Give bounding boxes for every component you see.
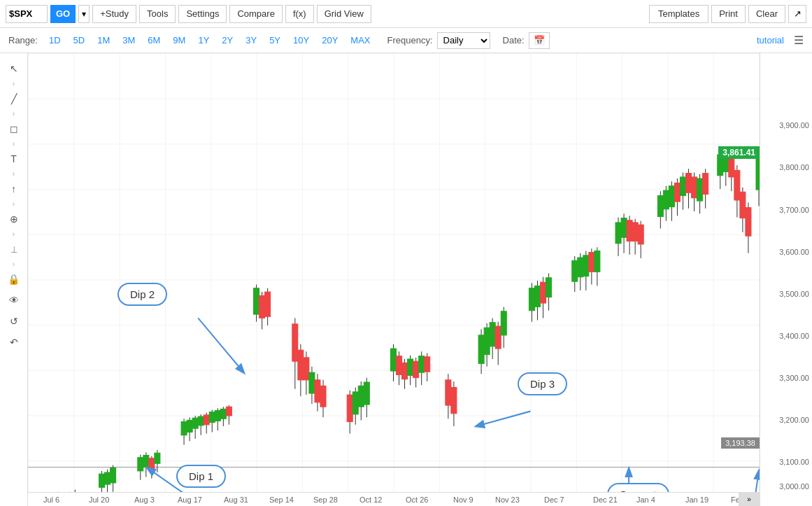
go-button[interactable]: GO [50, 5, 76, 23]
top-toolbar: GO ▾ +Study Tools Settings Compare f(x) … [0, 0, 812, 28]
eye-icon[interactable]: 👁 [4, 290, 24, 310]
arrow-expand[interactable]: › [13, 200, 15, 208]
study-button[interactable]: +Study [92, 5, 136, 23]
settings-button[interactable]: Settings [178, 5, 227, 23]
symbol-arrow-btn[interactable]: ▾ [78, 5, 90, 23]
range-3y[interactable]: 3Y [241, 34, 261, 47]
svg-rect-27 [149, 458, 155, 470]
ticker-input[interactable] [6, 5, 48, 23]
svg-rect-105 [534, 286, 540, 307]
svg-rect-99 [495, 326, 501, 349]
fx-button[interactable]: f(x) [285, 5, 314, 23]
price-3900: 3,900.00 [779, 121, 809, 129]
x-label-oct12: Oct 12 [359, 496, 382, 504]
expand-button[interactable]: ↗ [788, 5, 806, 23]
svg-rect-115 [583, 255, 589, 276]
measure-expand[interactable]: › [13, 230, 15, 238]
range-1y[interactable]: 1Y [194, 34, 213, 47]
grid-view-button[interactable]: Grid View [317, 5, 371, 23]
price-axis: 3,900.00 3,800.00 3,700.00 3,600.00 3,50… [760, 53, 812, 506]
annotation-dip1: Dip 1 [176, 465, 226, 488]
fibonacci-icon[interactable]: ⟂ [4, 239, 24, 259]
range-9m[interactable]: 9M [169, 34, 190, 47]
range-10y[interactable]: 10Y [289, 34, 313, 47]
text-icon[interactable]: T [4, 149, 24, 169]
svg-rect-109 [546, 278, 552, 297]
lock-icon[interactable]: 🔒 [4, 269, 24, 289]
range-1d[interactable]: 1D [45, 34, 65, 47]
date-picker-button[interactable]: 📅 [529, 32, 550, 49]
svg-rect-57 [298, 350, 304, 380]
hamburger-icon[interactable]: ☰ [794, 34, 804, 47]
svg-rect-107 [541, 282, 546, 303]
range-20y[interactable]: 20Y [318, 34, 342, 47]
frequency-select[interactable]: DailyWeeklyMonthly [437, 32, 490, 49]
svg-rect-117 [589, 253, 594, 272]
svg-rect-63 [315, 380, 320, 402]
tools-button[interactable]: Tools [139, 5, 176, 23]
svg-rect-39 [204, 415, 209, 425]
svg-rect-121 [615, 223, 621, 244]
svg-rect-89 [446, 380, 451, 405]
range-6m[interactable]: 6M [143, 34, 164, 47]
undo-icon[interactable]: ↶ [4, 332, 24, 352]
svg-rect-33 [187, 420, 192, 432]
svg-rect-19 [105, 472, 111, 484]
svg-rect-159 [746, 208, 751, 237]
svg-rect-4 [28, 53, 760, 506]
svg-rect-53 [265, 292, 271, 316]
measure-icon[interactable]: ⊕ [4, 209, 24, 229]
svg-rect-135 [669, 186, 674, 207]
tutorial-link[interactable]: tutorial [757, 35, 784, 45]
arrow-draw-icon[interactable]: ↑ [4, 179, 24, 199]
svg-rect-37 [198, 416, 204, 426]
svg-rect-129 [638, 225, 643, 244]
svg-rect-113 [578, 258, 583, 277]
print-button[interactable]: Print [711, 5, 746, 23]
shape-icon[interactable]: ◻ [4, 119, 24, 139]
price-3400: 3,400.00 [779, 332, 809, 340]
range-2y[interactable]: 2Y [218, 34, 237, 47]
refresh-icon[interactable]: ↺ [4, 311, 24, 331]
range-1m[interactable]: 1M [93, 34, 114, 47]
svg-rect-43 [215, 411, 220, 421]
line-icon[interactable]: ╱ [4, 89, 24, 108]
cursor-expand[interactable]: › [13, 80, 15, 87]
text-expand[interactable]: › [13, 170, 15, 178]
svg-rect-127 [632, 223, 638, 241]
annotation-dip3: Dip 3 [518, 372, 567, 395]
compare-button[interactable]: Compare [229, 5, 282, 23]
frequency-label: Frequency: [387, 35, 433, 45]
svg-rect-155 [734, 170, 740, 200]
svg-rect-91 [451, 388, 457, 414]
svg-rect-51 [259, 295, 265, 318]
svg-rect-145 [697, 178, 703, 201]
svg-rect-87 [425, 357, 430, 372]
x-label-jul20: Jul 20 [89, 496, 109, 504]
range-max[interactable]: MAX [346, 34, 374, 47]
range-5d[interactable]: 5D [69, 34, 90, 47]
svg-rect-49 [254, 288, 259, 314]
line-expand[interactable]: › [13, 110, 15, 118]
x-label-aug17: Aug 17 [178, 496, 202, 504]
x-label-sep28: Sep 28 [313, 496, 338, 504]
range-5y[interactable]: 5Y [265, 34, 285, 47]
svg-rect-97 [490, 323, 495, 346]
svg-rect-31 [181, 422, 187, 435]
shape-expand[interactable]: › [13, 140, 15, 148]
svg-rect-67 [347, 395, 352, 421]
svg-rect-23 [138, 458, 143, 471]
range-3m[interactable]: 3M [118, 34, 139, 47]
clear-button[interactable]: Clear [748, 5, 785, 23]
scroll-arrows[interactable]: » [747, 496, 751, 503]
svg-rect-147 [703, 174, 708, 195]
svg-rect-111 [572, 260, 578, 281]
templates-button[interactable]: Templates [649, 5, 708, 23]
svg-rect-81 [408, 359, 413, 375]
fib-expand[interactable]: › [13, 260, 15, 268]
svg-rect-83 [413, 361, 419, 377]
cursor-icon[interactable]: ↖ [4, 59, 24, 78]
support-price-label: 3,193.38 [721, 437, 760, 449]
date-label: Date: [503, 35, 525, 45]
svg-rect-125 [627, 220, 632, 241]
